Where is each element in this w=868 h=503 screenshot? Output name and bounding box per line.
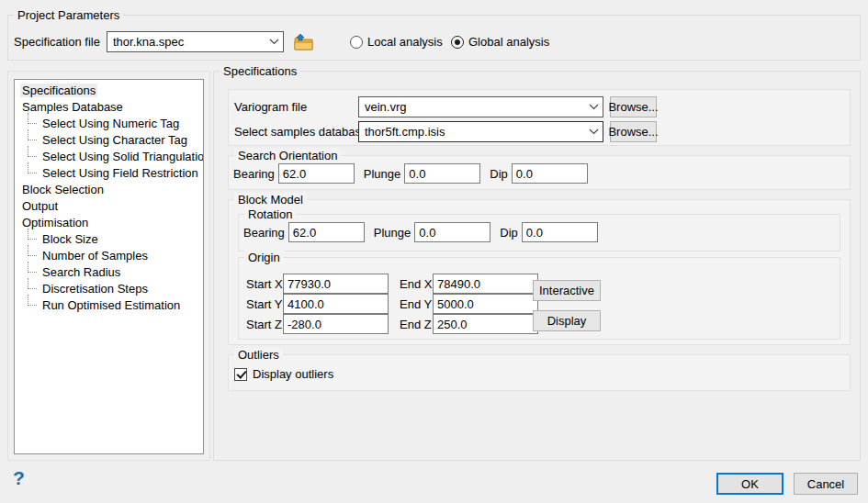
tree-item-discretisation-steps[interactable]: Discretisation Steps: [15, 281, 203, 297]
samples-browse-button[interactable]: Browse...: [610, 121, 657, 142]
tree-item-label: Block Size: [40, 232, 100, 246]
tree-guide-line: [28, 262, 37, 273]
tree-item-label: Select Using Field Restriction: [40, 166, 200, 180]
tree-item-specifications[interactable]: Specifications: [15, 83, 203, 99]
samples-database-combobox[interactable]: thor5ft.cmp.isis: [358, 121, 603, 142]
origin-title: Origin: [244, 251, 284, 264]
kriging-analysis-dialog: Project Parameters Specification file th…: [0, 0, 868, 503]
samples-database-value: thor5ft.cmp.isis: [365, 125, 585, 139]
project-parameters-title: Project Parameters: [14, 8, 123, 22]
tree-item-label: Specifications: [20, 84, 97, 97]
display-button[interactable]: Display: [533, 310, 601, 331]
specification-file-combobox[interactable]: thor.kna.spec: [107, 31, 284, 52]
cancel-button[interactable]: Cancel: [794, 473, 858, 495]
tree-item-label: Select Using Numeric Tag: [40, 117, 181, 130]
open-folder-button[interactable]: [293, 31, 314, 52]
rotation-dip-input[interactable]: [522, 222, 598, 242]
rotation-bearing-input[interactable]: [288, 222, 365, 242]
help-button[interactable]: ?: [13, 467, 25, 489]
tree-item-block-size[interactable]: Block Size: [15, 231, 203, 248]
specification-file-label-wrap: Specification file: [14, 31, 100, 52]
end-z-input[interactable]: [433, 314, 538, 334]
specification-file-value: thor.kna.spec: [113, 35, 265, 49]
tree-item-label: Select Using Solid Triangulation: [40, 150, 204, 163]
specification-file-label: Specification file: [14, 35, 100, 49]
origin-z-row: Start Z End Z: [246, 314, 538, 334]
navigation-panel: SpecificationsSamples DatabaseSelect Usi…: [7, 71, 210, 461]
rotation-plunge-input[interactable]: [414, 222, 490, 242]
start-z-label: Start Z: [246, 318, 283, 331]
start-x-input[interactable]: [283, 274, 389, 294]
chevron-down-icon[interactable]: [589, 129, 599, 135]
variogram-browse-button[interactable]: Browse...: [610, 96, 657, 117]
tree-item-label: Optimisation: [20, 216, 90, 229]
end-x-input[interactable]: [433, 274, 538, 294]
global-analysis-label: Global analysis: [468, 35, 549, 49]
local-analysis-radio[interactable]: Local analysis: [350, 31, 443, 52]
checkbox-icon[interactable]: [234, 368, 247, 381]
project-parameters-group: Project Parameters Specification file th…: [7, 15, 861, 61]
search-dip-input[interactable]: [512, 163, 588, 184]
rotation-title: Rotation: [244, 207, 296, 221]
tree-item-block-selection[interactable]: Block Selection: [15, 182, 203, 198]
tree-item-run-optimised-estimation[interactable]: Run Optimised Estimation: [15, 297, 203, 314]
tree-guide-line: [28, 162, 37, 173]
samples-database-row: Select samples database thor5ft.cmp.isis…: [234, 121, 850, 142]
chevron-down-icon[interactable]: [589, 104, 599, 110]
local-analysis-label: Local analysis: [367, 35, 443, 49]
tree-item-label: Select Using Character Tag: [40, 133, 189, 147]
search-orientation-group: Search Orientation Bearing Plunge Dip: [228, 155, 851, 190]
specifications-group: Specifications Variogram file vein.vrg B…: [213, 71, 861, 461]
origin-y-row: Start Y End Y: [246, 294, 538, 314]
variogram-file-row: Variogram file vein.vrg Browse...: [234, 96, 850, 117]
folder-open-icon: [293, 33, 314, 51]
start-z-input[interactable]: [283, 314, 389, 334]
tree-item-output[interactable]: Output: [15, 198, 203, 215]
radio-circle-icon[interactable]: [350, 36, 363, 49]
tree-item-select-using-numeric-tag[interactable]: Select Using Numeric Tag: [15, 116, 203, 132]
plunge-label: Plunge: [364, 167, 400, 181]
tree-item-label: Block Selection: [20, 183, 106, 196]
tree-guide-line: [28, 295, 37, 306]
tree-item-select-using-solid-triangulation[interactable]: Select Using Solid Triangulation: [15, 149, 203, 165]
tree-item-samples-database[interactable]: Samples Database: [15, 99, 203, 116]
outliers-title: Outliers: [234, 348, 283, 362]
tree-guide-line: [28, 278, 37, 289]
variogram-file-value: vein.vrg: [365, 100, 585, 114]
tree-guide-line: [28, 229, 37, 240]
radio-circle-icon[interactable]: [451, 36, 464, 49]
tree-item-label: Samples Database: [20, 100, 125, 114]
tree-item-label: Search Radius: [40, 265, 122, 279]
display-outliers-checkbox-row[interactable]: Display outliers: [229, 355, 850, 381]
tree-item-label: Run Optimised Estimation: [40, 298, 182, 312]
bearing-label: Bearing: [243, 226, 285, 240]
tree-item-label: Number of Samples: [40, 249, 150, 263]
tree-list: SpecificationsSamples DatabaseSelect Usi…: [14, 79, 204, 454]
dip-label: Dip: [490, 167, 508, 181]
tree-item-optimisation[interactable]: Optimisation: [15, 215, 203, 231]
display-outliers-label: Display outliers: [253, 367, 333, 381]
ok-button[interactable]: OK: [716, 473, 783, 495]
tree-item-select-using-field-restriction[interactable]: Select Using Field Restriction: [15, 165, 203, 182]
start-y-input[interactable]: [283, 294, 389, 314]
outliers-group: Outliers Display outliers: [228, 354, 851, 391]
global-analysis-radio[interactable]: Global analysis: [451, 31, 549, 52]
search-plunge-input[interactable]: [404, 163, 480, 184]
start-x-label: Start X: [246, 277, 283, 291]
origin-group: Origin Start X End X Start Y End Y: [238, 257, 840, 340]
interactive-button[interactable]: Interactive: [533, 280, 601, 301]
tree-guide-line: [28, 146, 37, 157]
tree-item-number-of-samples[interactable]: Number of Samples: [15, 248, 203, 264]
tree-guide-line: [28, 245, 37, 256]
samples-database-label: Select samples database: [234, 125, 358, 139]
rotation-group: Rotation Bearing Plunge Dip: [238, 214, 840, 252]
tree-item-search-radius[interactable]: Search Radius: [15, 264, 203, 281]
end-y-input[interactable]: [433, 294, 538, 314]
chevron-down-icon[interactable]: [269, 39, 279, 45]
tree-item-label: Output: [20, 199, 60, 213]
search-bearing-input[interactable]: [278, 163, 355, 184]
variogram-file-combobox[interactable]: vein.vrg: [358, 96, 603, 117]
block-model-title: Block Model: [234, 193, 307, 207]
tree-item-select-using-character-tag[interactable]: Select Using Character Tag: [15, 132, 203, 149]
end-x-label: End X: [400, 277, 433, 291]
